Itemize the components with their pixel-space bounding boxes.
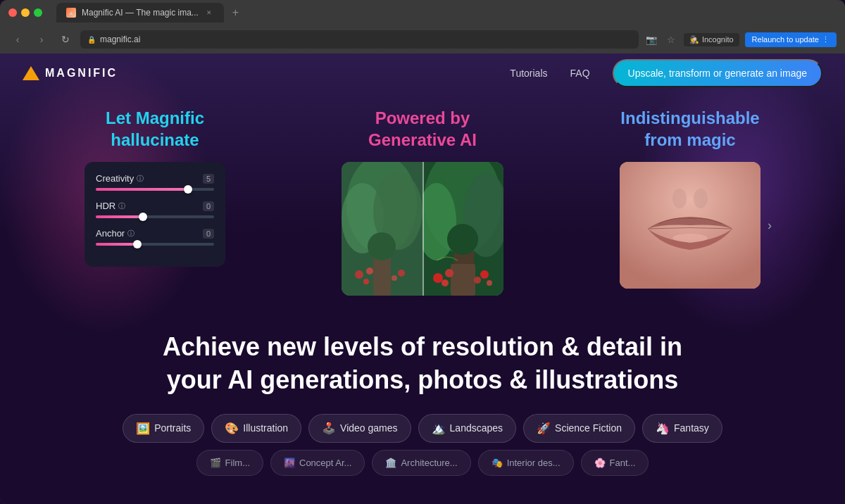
creativity-label: Creativity ⓘ [96, 173, 144, 184]
title-bar: ▲ Magnific AI — The magic ima... ✕ + [0, 0, 845, 25]
category-pill-fantasy[interactable]: 🦄 Fantasy [642, 414, 722, 443]
forest-after-svg [423, 162, 503, 296]
faq-link[interactable]: FAQ [570, 68, 590, 79]
address-bar[interactable]: 🔒 magnific.ai [80, 30, 639, 49]
chevron-right-icon[interactable]: › [768, 218, 772, 233]
close-button[interactable] [8, 8, 17, 17]
hero-heading-2: Powered by Generative AI [368, 107, 477, 151]
fantasy-emoji: 🦄 [656, 422, 670, 435]
category-pill-illustration[interactable]: 🎨 Illustration [211, 414, 301, 443]
landscapes-emoji: 🏔️ [432, 422, 446, 435]
scifi-emoji: 🚀 [537, 422, 551, 435]
anchor-slider-row: Anchor ⓘ 0 [96, 228, 214, 246]
category-pill-landscapes[interactable]: 🏔️ Landscapes [418, 414, 517, 443]
category-row: 🖼️ Portraits 🎨 Illustration 🕹️ Video gam… [28, 414, 817, 443]
svg-point-23 [487, 280, 492, 286]
illustration-emoji: 🎨 [225, 422, 239, 435]
landscapes-label: Landscapes [450, 422, 503, 434]
hdr-info-icon: ⓘ [118, 201, 125, 211]
bottom-pill-architecture[interactable]: 🏛️ Architecture... [372, 450, 470, 476]
anchor-thumb[interactable] [133, 240, 142, 248]
portraits-emoji: 🖼️ [136, 422, 150, 435]
lock-icon: 🔒 [87, 36, 96, 44]
svg-point-17 [447, 224, 478, 255]
creativity-track[interactable] [96, 188, 214, 191]
forward-button[interactable]: › [32, 30, 51, 49]
creativity-fill [96, 188, 188, 191]
traffic-lights [8, 8, 42, 17]
interior-emoji: 🎭 [492, 458, 503, 468]
svg-point-8 [363, 279, 369, 284]
tab-close-icon[interactable]: ✕ [204, 8, 214, 18]
active-tab[interactable]: ▲ Magnific AI — The magic ima... ✕ [56, 3, 224, 23]
cta-button[interactable]: Upscale, transform or generate an image [613, 59, 822, 87]
hero-heading-3: Indistinguishable from magic [620, 107, 759, 151]
slider-widget: Creativity ⓘ 5 [84, 162, 225, 267]
url-text: magnific.ai [100, 34, 140, 44]
illustration-label: Illustration [243, 422, 288, 434]
back-button[interactable]: ‹ [8, 30, 27, 49]
relaunch-chevron: ⋮ [822, 35, 830, 44]
logo-text: MAGNIFIC [45, 67, 118, 80]
tab-title: Magnific AI — The magic ima... [82, 8, 199, 18]
videogames-label: Video games [340, 422, 397, 434]
maximize-button[interactable] [34, 8, 42, 17]
concept-label: Concept Ar... [299, 458, 351, 468]
film-label: Film... [225, 458, 250, 468]
image-after [423, 162, 503, 296]
refresh-button[interactable]: ↻ [56, 30, 75, 49]
svg-point-22 [474, 277, 481, 284]
svg-point-20 [442, 279, 449, 286]
film-emoji: 🎬 [210, 458, 221, 468]
scifi-label: Science Fiction [555, 422, 622, 434]
lips-svg [620, 162, 760, 289]
hero-columns: Let Magnific hallucinate Creativity ⓘ 5 [0, 107, 845, 296]
svg-point-9 [398, 270, 405, 277]
bottom-pill-fant[interactable]: 🌸 Fant... [581, 450, 649, 476]
anchor-label: Anchor ⓘ [96, 228, 134, 239]
bottom-pill-film[interactable]: 🎬 Film... [196, 450, 263, 476]
relaunch-button[interactable]: Relaunch to update ⋮ [745, 32, 837, 47]
toolbar-actions: 📷 ☆ 🕵️ Incognito Relaunch to update ⋮ [644, 32, 837, 47]
achieve-section: Achieve new levels of resolution & detai… [0, 310, 845, 490]
category-pill-videogames[interactable]: 🕹️ Video games [308, 414, 411, 443]
fant-emoji: 🌸 [594, 458, 606, 468]
hero-heading-1: Let Magnific hallucinate [106, 107, 204, 151]
creativity-thumb[interactable] [184, 185, 192, 194]
minimize-button[interactable] [21, 8, 30, 17]
portraits-label: Portraits [154, 422, 191, 434]
anchor-track[interactable] [96, 243, 214, 246]
interior-label: Interior des... [507, 458, 561, 468]
bottom-pill-interior[interactable]: 🎭 Interior des... [478, 450, 574, 476]
svg-point-10 [392, 275, 397, 281]
hdr-thumb[interactable] [139, 213, 147, 221]
creativity-label-row: Creativity ⓘ 5 [96, 173, 214, 184]
category-pill-portraits[interactable]: 🖼️ Portraits [123, 414, 204, 443]
tutorials-link[interactable]: Tutorials [510, 68, 547, 79]
hero-section: Let Magnific hallucinate Creativity ⓘ 5 [0, 93, 845, 310]
creativity-value: 5 [203, 174, 214, 184]
new-tab-button[interactable]: + [227, 6, 244, 19]
architecture-label: Architecture... [401, 458, 457, 468]
hdr-label-row: HDR ⓘ 0 [96, 201, 214, 211]
fantasy-label: Fantasy [674, 422, 709, 434]
center-image [342, 162, 503, 296]
hdr-track[interactable] [96, 215, 214, 218]
svg-point-6 [355, 270, 363, 279]
videogames-emoji: 🕹️ [322, 422, 336, 435]
browser-toolbar: ‹ › ↻ 🔒 magnific.ai 📷 ☆ 🕵️ Incognito Rel… [0, 25, 845, 53]
bottom-category-row: 🎬 Film... 🌆 Concept Ar... 🏛️ Architectur… [28, 443, 817, 476]
site-logo[interactable]: MAGNIFIC [23, 66, 118, 80]
incognito-icon: 🕵️ [689, 35, 699, 44]
bottom-pill-concept[interactable]: 🌆 Concept Ar... [270, 450, 365, 476]
svg-rect-16 [451, 264, 475, 296]
anchor-label-row: Anchor ⓘ 0 [96, 228, 214, 239]
camera-icon[interactable]: 📷 [644, 32, 658, 46]
category-pill-scifi[interactable]: 🚀 Science Fiction [523, 414, 635, 443]
hdr-fill [96, 215, 143, 218]
svg-point-26 [672, 234, 708, 242]
hdr-slider-row: HDR ⓘ 0 [96, 201, 214, 218]
star-icon[interactable]: ☆ [664, 32, 678, 46]
hdr-value: 0 [203, 201, 214, 211]
tab-favicon: ▲ [66, 8, 76, 18]
